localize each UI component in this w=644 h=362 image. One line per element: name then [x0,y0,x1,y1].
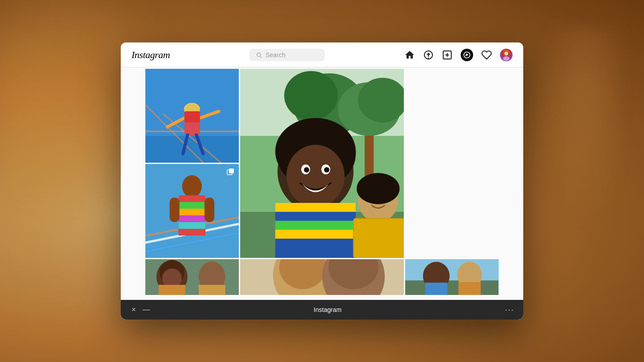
svg-rect-31 [178,229,205,236]
svg-point-52 [304,167,309,173]
svg-point-7 [503,56,509,61]
svg-rect-33 [204,198,214,222]
home-button[interactable] [404,50,415,60]
compass-button[interactable] [461,49,473,61]
svg-rect-59 [275,239,356,258]
svg-point-24 [182,175,202,198]
svg-rect-78 [405,280,499,295]
grid-item-6[interactable] [405,259,499,295]
svg-rect-26 [178,195,205,202]
svg-point-61 [356,173,399,204]
content-area [121,67,523,320]
grid-item-4[interactable] [145,259,239,295]
minimize-button[interactable]: — [142,306,150,314]
svg-rect-29 [178,215,205,222]
svg-point-53 [324,167,329,173]
grid-item-1[interactable] [145,69,239,163]
bg-decoration-left [0,36,125,304]
svg-rect-19 [184,111,200,122]
notifications-button[interactable] [481,50,492,60]
svg-point-0 [257,53,260,56]
create-button[interactable] [442,50,453,60]
nav-icons [404,49,513,61]
svg-point-6 [504,52,508,55]
messenger-button[interactable] [423,50,434,60]
user-avatar[interactable] [500,49,513,61]
bg-decoration-right [532,27,622,250]
search-placeholder: Search [266,51,285,59]
taskbar-title: Instagram [155,306,500,313]
grid-item-3[interactable] [240,69,404,258]
search-icon [256,52,262,58]
svg-rect-27 [178,202,205,209]
photo-grid [121,67,523,296]
svg-rect-68 [159,285,186,295]
svg-rect-28 [178,209,205,215]
svg-rect-62 [353,219,404,258]
svg-rect-32 [169,198,179,222]
taskbar: × — Instagram ··· [121,300,523,320]
svg-rect-30 [178,222,205,229]
more-options-button[interactable]: ··· [505,305,514,315]
grid-item-5[interactable] [240,259,404,295]
grid-item-2[interactable] [145,164,239,258]
search-bar[interactable]: Search [250,49,325,61]
svg-line-1 [260,56,262,57]
app-logo: Instagram [131,49,170,61]
svg-point-41 [284,71,338,120]
svg-rect-56 [275,212,356,221]
app-window: Instagram Search [121,42,523,320]
svg-rect-57 [275,221,356,230]
svg-rect-55 [275,203,356,212]
svg-rect-80 [425,282,448,295]
svg-point-49 [286,145,344,207]
multi-photo-indicator [226,168,235,177]
navbar: Instagram Search [121,42,523,67]
svg-rect-70 [199,285,225,295]
svg-rect-35 [229,168,234,173]
svg-rect-82 [459,282,481,295]
svg-rect-58 [275,230,356,239]
svg-rect-9 [145,136,239,163]
close-button[interactable]: × [130,306,138,314]
